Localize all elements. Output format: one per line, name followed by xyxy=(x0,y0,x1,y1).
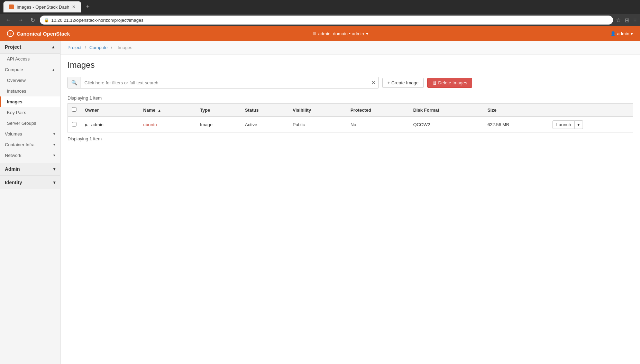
header-disk-format: Disk Format xyxy=(409,104,483,117)
page-title: Images xyxy=(61,55,640,73)
header-protected: Protected xyxy=(346,104,409,117)
sidebar-item-container-infra[interactable]: Container Infra ▾ xyxy=(0,139,60,150)
header-status: Status xyxy=(241,104,289,117)
openstack-header: ○ Canonical OpenStack 🖥 admin_domain • a… xyxy=(0,26,640,41)
tab-title: Images - OpenStack Dash xyxy=(17,4,69,10)
sidebar-item-overview[interactable]: Overview xyxy=(0,75,60,86)
address-bar[interactable]: 🔒 10.20.21.12/openstack-horizon/project/… xyxy=(40,16,613,25)
user-chevron-icon: ▾ xyxy=(631,31,633,36)
table-head: Owner Name ▲ Type Status V xyxy=(68,104,633,117)
lock-icon: 🔒 xyxy=(44,18,49,22)
reload-button[interactable]: ↻ xyxy=(28,16,37,24)
sidebar-item-api-access[interactable]: API Access xyxy=(0,54,60,64)
table-container: Displaying 1 item Owner Name ▲ xyxy=(67,92,633,145)
row-name: ubuntu xyxy=(139,116,196,133)
row-type: Image xyxy=(196,116,241,133)
toolbar: 🔍 ✕ + Create Image 🗑 Delete Images xyxy=(61,73,640,92)
breadcrumb-project[interactable]: Project xyxy=(67,45,81,50)
sidebar-item-network[interactable]: Network ▾ xyxy=(0,150,60,161)
row-owner: admin xyxy=(91,122,103,127)
compute-chevron-icon: ▲ xyxy=(52,68,55,72)
bookmark-icon[interactable]: ☆ xyxy=(616,17,621,24)
breadcrumb-sep-2: / xyxy=(111,45,112,50)
header-type: Type xyxy=(196,104,241,117)
row-status: Active xyxy=(241,116,289,133)
launch-group: Launch ▾ xyxy=(552,120,629,129)
sidebar-item-key-pairs[interactable]: Key Pairs xyxy=(0,107,60,118)
forward-button[interactable]: → xyxy=(16,16,26,24)
new-tab-button[interactable]: + xyxy=(84,3,92,11)
network-chevron-icon: ▾ xyxy=(53,153,55,158)
sidebar-item-compute[interactable]: Compute ▲ xyxy=(0,64,60,75)
identity-chevron-icon: ▾ xyxy=(53,180,55,185)
table-header-row: Owner Name ▲ Type Status V xyxy=(68,104,633,117)
row-expand-cell: ▶ admin xyxy=(81,116,139,133)
breadcrumb: Project / Compute / Images xyxy=(61,41,640,55)
identity-section-header[interactable]: Identity ▾ xyxy=(0,176,60,189)
display-count-bottom: Displaying 1 item xyxy=(67,133,633,145)
search-icon: 🔍 xyxy=(68,77,81,88)
header-checkbox-cell xyxy=(68,104,81,117)
search-clear-icon[interactable]: ✕ xyxy=(368,80,378,86)
user-icon: 👤 xyxy=(610,31,616,36)
header-size: Size xyxy=(483,104,548,117)
identity-label: Identity xyxy=(5,180,22,185)
delete-images-button[interactable]: 🗑 Delete Images xyxy=(427,78,472,88)
back-button[interactable]: ← xyxy=(3,16,13,24)
volumes-chevron-icon: ▾ xyxy=(53,132,55,136)
select-all-checkbox[interactable] xyxy=(72,107,76,112)
breadcrumb-sep-1: / xyxy=(85,45,86,50)
sidebar-item-server-groups[interactable]: Server Groups xyxy=(0,118,60,129)
admin-chevron-icon: ▾ xyxy=(53,167,55,171)
launch-dropdown-button[interactable]: ▾ xyxy=(575,120,583,129)
user-menu[interactable]: 👤 admin ▾ xyxy=(610,31,633,36)
name-sort-icon: ▲ xyxy=(158,109,161,112)
row-checkbox-cell xyxy=(68,116,81,133)
tab-close-icon[interactable]: ✕ xyxy=(72,4,75,9)
menu-icon[interactable]: ≡ xyxy=(633,17,637,24)
domain-selector[interactable]: 🖥 admin_domain • admin ▾ xyxy=(312,31,368,36)
project-section-header[interactable]: Project ▲ xyxy=(0,41,60,54)
domain-icon: 🖥 xyxy=(312,31,316,36)
display-count-top: Displaying 1 item xyxy=(67,92,633,103)
row-disk-format: QCOW2 xyxy=(409,116,483,133)
header-actions xyxy=(548,104,633,117)
sidebar-item-instances[interactable]: Instances xyxy=(0,86,60,96)
table-row: ▶ admin ubuntu Image Active Public No QC… xyxy=(68,116,633,133)
row-protected: No xyxy=(346,116,409,133)
nav-bar: ← → ↻ 🔒 10.20.21.12/openstack-horizon/pr… xyxy=(0,14,640,26)
domain-label: admin_domain • admin xyxy=(318,31,364,36)
launch-button[interactable]: Launch xyxy=(552,120,575,129)
browser-nav-icons: ☆ ⊞ ≡ xyxy=(616,17,637,24)
sidebar-item-volumes[interactable]: Volumes ▾ xyxy=(0,129,60,139)
brand-icon: ○ xyxy=(7,30,14,37)
breadcrumb-current: Images xyxy=(118,45,132,50)
row-visibility: Public xyxy=(289,116,346,133)
search-input[interactable] xyxy=(81,77,368,88)
breadcrumb-compute[interactable]: Compute xyxy=(89,45,108,50)
main-content: Project / Compute / Images Images 🔍 ✕ + … xyxy=(61,41,640,364)
brand-section: ○ Canonical OpenStack xyxy=(7,30,70,37)
project-chevron-icon: ▲ xyxy=(51,45,55,49)
browser-chrome: Images - OpenStack Dash ✕ + xyxy=(0,0,640,14)
row-expand-icon[interactable]: ▶ xyxy=(85,122,88,127)
active-tab[interactable]: Images - OpenStack Dash ✕ xyxy=(3,1,81,12)
tab-favicon-icon xyxy=(9,4,14,9)
domain-chevron-icon: ▾ xyxy=(366,31,368,36)
row-size: 622.56 MB xyxy=(483,116,548,133)
create-image-button[interactable]: + Create Image xyxy=(382,78,424,88)
url-display: 10.20.21.12/openstack-horizon/project/im… xyxy=(51,18,144,23)
sidebar-item-images[interactable]: Images xyxy=(0,96,60,107)
header-visibility: Visibility xyxy=(289,104,346,117)
row-checkbox[interactable] xyxy=(72,122,76,127)
extensions-icon[interactable]: ⊞ xyxy=(625,17,629,24)
row-name-link[interactable]: ubuntu xyxy=(143,122,157,127)
sidebar: Project ▲ API Access Compute ▲ Overview … xyxy=(0,41,61,364)
admin-section-header[interactable]: Admin ▾ xyxy=(0,163,60,176)
header-owner: Owner xyxy=(81,104,139,117)
header-name[interactable]: Name ▲ xyxy=(139,104,196,117)
user-label: admin xyxy=(617,31,629,36)
main-layout: Project ▲ API Access Compute ▲ Overview … xyxy=(0,41,640,364)
images-table: Owner Name ▲ Type Status V xyxy=(67,103,633,133)
brand-label: Canonical OpenStack xyxy=(17,31,70,37)
